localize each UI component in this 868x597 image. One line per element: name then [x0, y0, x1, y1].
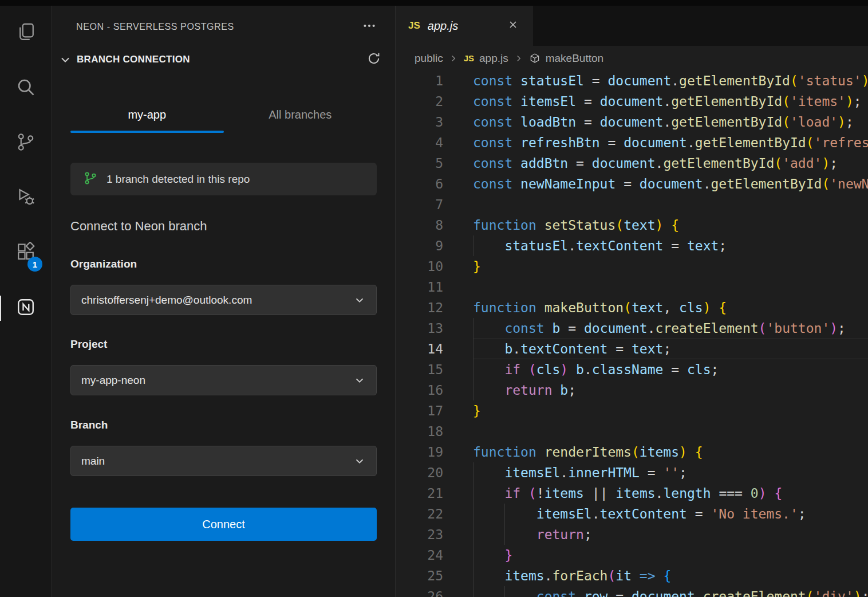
project-label: Project — [70, 338, 107, 351]
code-line-10[interactable]: } — [473, 256, 868, 277]
title-bar — [0, 0, 868, 6]
close-icon — [507, 19, 519, 33]
line-number: 23 — [396, 524, 443, 545]
editor-lines: const statusEl = document.getElementById… — [473, 70, 868, 597]
vscode-window: 1 NEON - SERVERLESS POSTGRES BRANCH CONN… — [0, 0, 868, 597]
code-line-8[interactable]: function setStatus(text) { — [473, 215, 868, 235]
code-line-24[interactable]: } — [473, 545, 868, 565]
organization-select[interactable]: christoffersenj+demo@outlook.com — [70, 285, 377, 315]
line-number: 21 — [396, 483, 443, 504]
line-number: 8 — [396, 215, 443, 235]
activity-item-run-debug[interactable] — [0, 171, 51, 226]
line-number: 7 — [396, 194, 443, 215]
branch-value: main — [81, 455, 105, 468]
sidebar-panel: NEON - SERVERLESS POSTGRES BRANCH CONNEC… — [52, 6, 396, 597]
editor-tab-app-js[interactable]: JS app.js — [396, 6, 533, 46]
indent-guide — [473, 359, 474, 380]
breadcrumb-folder[interactable]: public — [415, 52, 443, 65]
code-line-15[interactable]: if (cls) b.className = cls; — [473, 359, 868, 380]
code-line-26[interactable]: const row = document.createElement('div'… — [473, 586, 868, 597]
breadcrumb: public JS app.js makeButton — [396, 46, 868, 70]
indent-guide — [504, 524, 505, 545]
code-line-4[interactable]: const refreshBtn = document.getElementBy… — [473, 132, 868, 153]
code-line-6[interactable]: const newNameInput = document.getElement… — [473, 174, 868, 194]
editor-gutter: 1234567891011121314151617181920212223242… — [396, 70, 473, 597]
line-number: 9 — [396, 235, 443, 256]
editor-tab-bar: JS app.js — [396, 6, 868, 46]
tab-my-app[interactable]: my-app — [70, 96, 224, 133]
search-icon — [15, 77, 36, 100]
indent-guide — [473, 565, 474, 586]
line-number: 10 — [396, 256, 443, 277]
connect-button[interactable]: Connect — [70, 508, 377, 541]
code-line-9[interactable]: statusEl.textContent = text; — [473, 235, 868, 256]
indent-guide — [473, 318, 474, 339]
code-line-19[interactable]: function renderItems(items) { — [473, 442, 868, 462]
code-line-14[interactable]: b.textContent = text; — [473, 339, 868, 359]
branch-select[interactable]: main — [70, 446, 377, 476]
more-actions-button[interactable] — [361, 18, 378, 36]
branch-detected-text: 1 branch detected in this repo — [106, 173, 250, 186]
code-line-17[interactable]: } — [473, 400, 868, 421]
line-number: 6 — [396, 174, 443, 194]
chevron-down-icon — [58, 53, 72, 66]
project-select[interactable]: my-app-neon — [70, 365, 377, 395]
code-line-22[interactable]: itemsEl.textContent = 'No items.'; — [473, 504, 868, 524]
line-number: 4 — [396, 132, 443, 153]
code-line-2[interactable]: const itemsEl = document.getElementById(… — [473, 91, 868, 112]
code-line-16[interactable]: return b; — [473, 380, 868, 400]
code-line-5[interactable]: const addBtn = document.getElementById('… — [473, 153, 868, 174]
line-number: 24 — [396, 545, 443, 565]
chevron-down-icon — [353, 294, 366, 307]
tab-all-branches[interactable]: All branches — [224, 96, 377, 133]
line-number: 13 — [396, 318, 443, 339]
indent-guide — [504, 504, 505, 524]
ellipsis-icon — [362, 18, 377, 36]
line-number: 15 — [396, 359, 443, 380]
code-line-13[interactable]: const b = document.createElement('button… — [473, 318, 868, 339]
indent-guide — [473, 586, 474, 597]
line-number: 18 — [396, 421, 443, 442]
indent-guide — [473, 462, 474, 483]
sidebar-title: NEON - SERVERLESS POSTGRES — [76, 22, 234, 32]
refresh-icon — [366, 51, 381, 68]
activity-item-extensions[interactable]: 1 — [0, 226, 51, 281]
line-number: 17 — [396, 400, 443, 421]
organization-label: Organization — [70, 258, 137, 270]
branch-connection-section-header[interactable]: BRANCH CONNECTION — [58, 49, 382, 70]
code-line-21[interactable]: if (!items || items.length === 0) { — [473, 483, 868, 504]
activity-item-explorer[interactable] — [0, 6, 51, 61]
explorer-icon — [15, 22, 36, 45]
symbol-method-icon — [529, 53, 540, 64]
activity-item-neon[interactable] — [0, 281, 51, 336]
code-line-11[interactable] — [473, 277, 868, 297]
code-line-12[interactable]: function makeButton(text, cls) { — [473, 297, 868, 318]
indent-guide — [473, 524, 474, 545]
refresh-button[interactable] — [365, 51, 382, 68]
indent-guide — [473, 545, 474, 565]
editor-tab-label: app.js — [428, 19, 458, 33]
code-line-20[interactable]: itemsEl.innerHTML = ''; — [473, 462, 868, 483]
neon-icon — [15, 297, 36, 320]
code-line-3[interactable]: const loadBtn = document.getElementById(… — [473, 112, 868, 132]
code-editor: 1234567891011121314151617181920212223242… — [396, 70, 868, 597]
activity-item-source-control[interactable] — [0, 116, 51, 171]
javascript-file-icon: JS — [464, 53, 474, 63]
line-number: 19 — [396, 442, 443, 462]
indent-guide — [473, 235, 474, 256]
close-tab-button[interactable] — [506, 19, 520, 33]
chevron-down-icon — [353, 455, 366, 468]
code-line-23[interactable]: return; — [473, 524, 868, 545]
breadcrumb-file[interactable]: app.js — [479, 52, 508, 65]
branch-detected-banner: 1 branch detected in this repo — [70, 163, 377, 195]
line-number: 22 — [396, 504, 443, 524]
breadcrumb-symbol[interactable]: makeButton — [546, 52, 603, 65]
indent-guide — [504, 586, 505, 597]
activity-item-search[interactable] — [0, 61, 51, 116]
activity-bar: 1 — [0, 6, 52, 597]
code-line-1[interactable]: const statusEl = document.getElementById… — [473, 70, 868, 91]
code-line-7[interactable] — [473, 194, 868, 215]
code-line-25[interactable]: items.forEach(it => { — [473, 565, 868, 586]
code-line-18[interactable] — [473, 421, 868, 442]
git-branch-icon — [83, 171, 98, 188]
